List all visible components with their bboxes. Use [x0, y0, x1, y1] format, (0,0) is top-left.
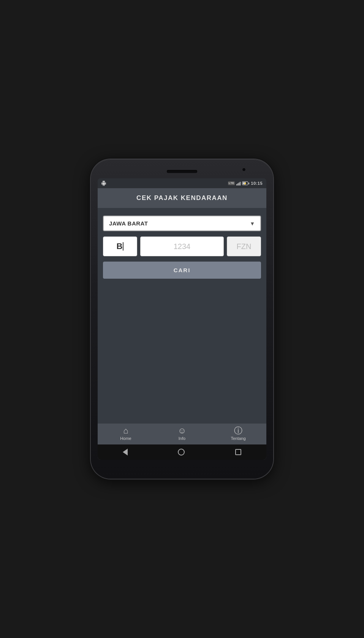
search-button-label: CARI: [174, 267, 191, 273]
tentang-icon: ⓘ: [234, 427, 242, 435]
plate-input-row: B 1234 FZN: [103, 236, 261, 256]
back-button[interactable]: [123, 449, 128, 455]
province-value: JAWA BARAT: [109, 220, 148, 227]
signal-bar-2: [237, 183, 238, 186]
plate-number-input[interactable]: 1234: [140, 236, 224, 256]
signal-bar-1: [236, 184, 237, 186]
battery-fill: ⚡: [243, 182, 246, 184]
nav-label-info: Info: [179, 436, 185, 441]
app-content: JAWA BARAT ▼ B 1234 FZN CARI: [98, 208, 266, 424]
app-header: CEK PAJAK KENDARAAN: [98, 188, 266, 208]
home-icon: ⌂: [123, 427, 128, 435]
lte-badge: LTE: [228, 181, 235, 185]
android-icon: [101, 180, 107, 186]
info-icon: ☺: [178, 427, 186, 435]
battery-bolt: ⚡: [244, 182, 247, 185]
plate-prefix-value: B: [117, 241, 123, 251]
plate-number-placeholder: 1234: [174, 242, 191, 251]
plate-suffix-input[interactable]: FZN: [227, 236, 261, 256]
status-left: [101, 180, 107, 186]
plate-prefix-input[interactable]: B: [103, 236, 137, 256]
bottom-nav: ⌂ Home ☺ Info ⓘ Tentang: [98, 424, 266, 444]
battery-body: ⚡: [242, 181, 248, 185]
signal-icon: [236, 181, 241, 186]
signal-bar-4: [240, 182, 241, 186]
nav-item-tentang[interactable]: ⓘ Tentang: [210, 427, 266, 441]
android-nav-bar: [98, 444, 266, 460]
phone-screen: LTE ⚡ 10:15: [98, 178, 266, 460]
clock: 10:15: [251, 181, 263, 186]
status-bar: LTE ⚡ 10:15: [98, 178, 266, 188]
battery-icon: ⚡: [242, 181, 249, 185]
nav-label-tentang: Tentang: [231, 436, 245, 441]
nav-item-home[interactable]: ⌂ Home: [98, 427, 154, 441]
nav-item-info[interactable]: ☺ Info: [154, 427, 210, 441]
home-button[interactable]: [178, 449, 185, 455]
app-title: CEK PAJAK KENDARAAN: [136, 194, 228, 202]
search-button[interactable]: CARI: [103, 262, 261, 279]
nav-label-home: Home: [120, 436, 131, 441]
phone-bottom: [98, 460, 266, 472]
text-cursor: [123, 242, 123, 251]
battery-tip: [248, 183, 249, 184]
back-icon: [123, 449, 128, 455]
recents-button[interactable]: [235, 449, 241, 455]
home-circle-icon: [178, 449, 185, 455]
dropdown-arrow-icon: ▼: [250, 221, 255, 227]
speaker-grille: [167, 170, 197, 173]
status-right: LTE ⚡ 10:15: [228, 181, 263, 186]
front-camera: [242, 168, 246, 171]
province-dropdown[interactable]: JAWA BARAT ▼: [103, 216, 261, 231]
signal-bar-3: [239, 183, 239, 186]
recents-icon: [235, 449, 241, 455]
plate-suffix-placeholder: FZN: [237, 242, 252, 251]
phone-device: LTE ⚡ 10:15: [91, 159, 273, 479]
phone-top-bar: [98, 166, 266, 177]
